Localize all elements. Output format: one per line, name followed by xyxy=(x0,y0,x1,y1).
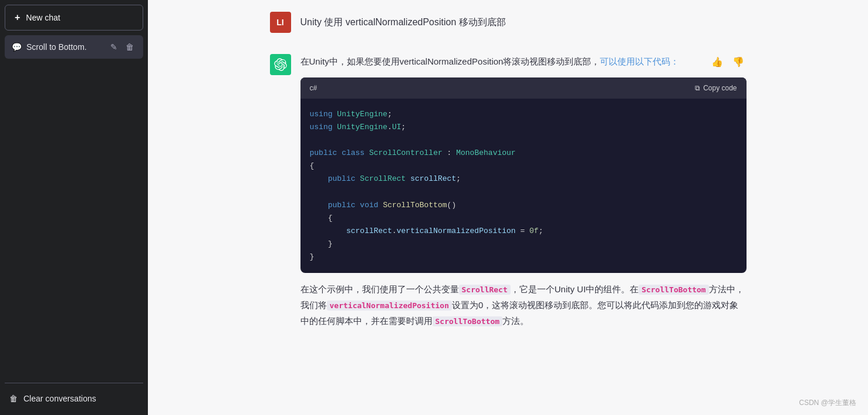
inline-code-scrolltobottom2: ScrollToBottom xyxy=(433,316,503,326)
delete-chat-button[interactable]: 🗑 xyxy=(123,41,136,53)
code-block-header: c# ⧉ Copy code xyxy=(300,77,747,99)
assistant-outro: 在这个示例中，我们使用了一个公共变量ScrollRect，它是一个Unity U… xyxy=(300,281,747,329)
sidebar: New chat 💬 Scroll to Bottom. ✎ 🗑 🗑 Clear… xyxy=(0,0,148,415)
user-message-text: Unity 使用 verticalNormalizedPosition 移动到底… xyxy=(300,12,506,29)
edit-chat-button[interactable]: ✎ xyxy=(108,41,120,53)
sidebar-spacer xyxy=(5,59,143,379)
copy-code-label: Copy code xyxy=(703,84,737,92)
inline-code-vnp: verticalNormalizedPosition xyxy=(327,301,452,311)
assistant-avatar xyxy=(270,54,291,75)
assistant-message-row: 在Unity中，如果您要使用verticalNormalizedPosition… xyxy=(270,42,747,340)
main-content: LI Unity 使用 verticalNormalizedPosition 移… xyxy=(148,0,868,415)
chat-item-actions: ✎ 🗑 xyxy=(108,41,136,53)
inline-code-scrolltobottom: ScrollToBottom xyxy=(639,285,709,295)
copy-code-button[interactable]: ⧉ Copy code xyxy=(695,84,737,92)
code-language: c# xyxy=(310,82,318,94)
chat-list: 💬 Scroll to Bottom. ✎ 🗑 xyxy=(5,35,143,59)
clear-conversations-button[interactable]: 🗑 Clear conversations xyxy=(5,387,143,410)
thumb-up-button[interactable]: 👍 xyxy=(709,55,725,69)
code-content: using UnityEngine; using UnityEngine.UI;… xyxy=(300,99,747,273)
conversation: LI Unity 使用 verticalNormalizedPosition 移… xyxy=(256,0,761,364)
clear-icon: 🗑 xyxy=(9,394,18,403)
new-chat-label: New chat xyxy=(26,13,60,22)
avatar: LI xyxy=(270,12,291,33)
plus-icon xyxy=(15,12,20,23)
assistant-intro: 在Unity中，如果您要使用verticalNormalizedPosition… xyxy=(300,54,747,69)
clear-conversations-label: Clear conversations xyxy=(23,394,96,403)
sidebar-divider xyxy=(5,383,143,383)
thumb-down-button[interactable]: 👎 xyxy=(730,55,747,69)
new-chat-button[interactable]: New chat xyxy=(5,5,143,31)
inline-code-scrollrect: ScrollRect xyxy=(459,285,511,295)
user-message-row: LI Unity 使用 verticalNormalizedPosition 移… xyxy=(270,0,747,42)
chat-item-label: Scroll to Bottom. xyxy=(26,42,103,52)
chat-bubble-icon: 💬 xyxy=(12,42,22,52)
assistant-actions: 👍 👎 xyxy=(709,55,747,69)
assistant-content: 在Unity中，如果您要使用verticalNormalizedPosition… xyxy=(300,54,747,329)
copy-icon: ⧉ xyxy=(695,84,700,92)
code-block: c# ⧉ Copy code using UnityEngine; using … xyxy=(300,77,747,274)
chat-item[interactable]: 💬 Scroll to Bottom. ✎ 🗑 xyxy=(5,35,143,59)
